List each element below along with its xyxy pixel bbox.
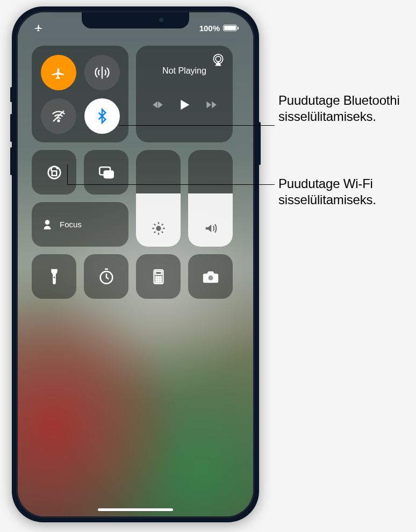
svg-point-7 (45, 220, 50, 225)
svg-line-13 (154, 224, 155, 225)
flashlight-button[interactable] (32, 254, 76, 299)
volume-up-button (10, 114, 12, 142)
previous-track-button[interactable] (150, 98, 164, 114)
svg-point-21 (157, 276, 159, 278)
orientation-lock-button[interactable] (32, 150, 76, 195)
brightness-icon (151, 221, 166, 238)
svg-line-16 (161, 224, 162, 225)
bluetooth-toggle[interactable] (84, 98, 120, 134)
notch (82, 12, 189, 28)
cellular-data-toggle[interactable] (84, 55, 120, 90)
next-track-button[interactable] (204, 98, 218, 114)
focus-label: Focus (60, 220, 82, 229)
svg-point-24 (157, 278, 159, 280)
volume-icon (203, 221, 218, 238)
volume-slider[interactable] (188, 150, 233, 247)
control-center: Not Playing (32, 46, 239, 306)
calculator-button[interactable] (136, 254, 181, 299)
svg-point-23 (155, 278, 157, 280)
callout-line-bluetooth (119, 125, 275, 126)
camera-button[interactable] (188, 254, 233, 299)
focus-button[interactable]: Focus (32, 202, 128, 247)
connectivity-pod[interactable] (32, 46, 128, 142)
wifi-toggle[interactable] (41, 98, 76, 134)
svg-point-26 (155, 281, 157, 282)
callout-bluetooth: Puudutage Bluetoothi sisselülitamiseks. (278, 92, 407, 125)
power-button (259, 122, 261, 165)
svg-point-29 (208, 275, 213, 280)
silence-switch (10, 87, 12, 102)
svg-point-0 (58, 120, 59, 121)
play-button[interactable] (176, 96, 193, 116)
svg-point-28 (160, 281, 161, 282)
callout-line-wifi (67, 184, 275, 185)
svg-point-22 (160, 276, 161, 278)
battery-percent: 100% (199, 24, 220, 33)
svg-point-25 (160, 278, 161, 280)
battery-icon (223, 25, 237, 31)
svg-point-27 (157, 281, 159, 282)
brightness-slider[interactable] (136, 150, 181, 247)
svg-point-3 (216, 56, 221, 62)
screen: 100% (18, 12, 253, 516)
media-pod[interactable]: Not Playing (136, 46, 233, 142)
home-indicator[interactable] (98, 508, 173, 511)
screen-mirroring-button[interactable] (84, 150, 128, 195)
svg-line-14 (161, 232, 162, 233)
svg-line-15 (154, 232, 155, 233)
airplay-icon[interactable] (211, 53, 225, 67)
callout-line-wifi-vert (67, 164, 68, 184)
airplane-mode-toggle[interactable] (41, 55, 76, 90)
svg-point-4 (48, 166, 60, 178)
svg-point-8 (156, 226, 161, 231)
now-playing-title: Not Playing (145, 66, 224, 76)
svg-point-20 (155, 276, 157, 278)
svg-rect-19 (155, 271, 161, 275)
timer-button[interactable] (84, 254, 128, 299)
phone-frame: 100% (12, 6, 259, 522)
status-airplane-icon (34, 23, 44, 34)
callout-wifi: Puudutage Wi-Fi sisselülitamiseks. (278, 176, 407, 208)
volume-down-button (10, 147, 12, 175)
svg-rect-6 (104, 171, 113, 178)
